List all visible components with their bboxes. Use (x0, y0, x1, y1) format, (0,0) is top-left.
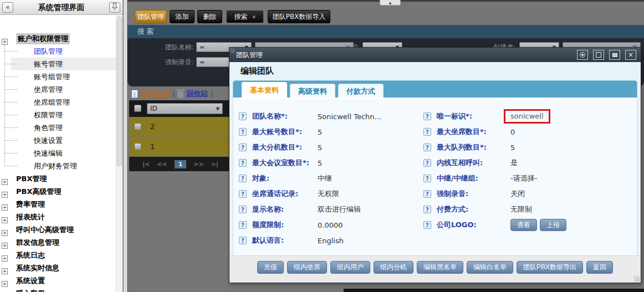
sidebar-item-label[interactable]: 坐席管理 (34, 85, 63, 95)
tab-advanced-info[interactable]: 高级资料 (290, 84, 335, 98)
minimize-icon[interactable] (609, 50, 620, 60)
sidebar-node-pbx[interactable]: +PBX管理 (0, 172, 116, 185)
group-users-button[interactable]: 组内用户 (330, 261, 370, 274)
delete-button[interactable]: 删除 (197, 10, 222, 23)
sidebar-node-label[interactable]: 系统实时信息 (16, 263, 59, 273)
field-value[interactable]: 双击进行编辑 (318, 204, 361, 214)
maximize-icon[interactable] (593, 50, 604, 60)
help-icon[interactable]: ? (239, 128, 247, 136)
help-icon[interactable]: ? (423, 144, 431, 151)
field-value[interactable]: 是 (510, 158, 518, 168)
field-value[interactable]: 0 (510, 128, 515, 136)
help-icon[interactable]: ? (239, 159, 247, 167)
sidebar-item-account-group[interactable]: 账号组管理 (0, 70, 116, 83)
add-button[interactable]: 添加 (170, 10, 195, 23)
refresh-icon[interactable] (577, 50, 588, 60)
help-icon[interactable]: ? (423, 206, 431, 213)
field-value[interactable]: -请选择- (510, 173, 537, 183)
view-logo-button[interactable]: 查看 (510, 219, 537, 231)
field-value[interactable]: 中继 (318, 173, 332, 183)
field-value[interactable]: 5 (318, 128, 322, 136)
select-all-checkbox[interactable] (134, 105, 141, 112)
recharge-button[interactable]: 充值 (257, 261, 284, 274)
help-icon[interactable]: ? (239, 144, 247, 151)
first-page-button[interactable]: |< (142, 161, 150, 168)
expand-icon[interactable]: + (2, 192, 8, 198)
sidebar-node-label[interactable]: 呼叫中心高级管理 (16, 225, 74, 235)
show-data-link[interactable]: 显示数据 (141, 89, 170, 99)
close-icon[interactable]: × (625, 50, 636, 60)
tab-payment-method[interactable]: 付款方式 (338, 84, 384, 98)
sidebar-node-inbound[interactable]: +呼入客服 (0, 287, 116, 292)
tab-team-management[interactable]: 团队管理 (135, 10, 167, 23)
help-icon[interactable]: ? (239, 206, 247, 213)
field-value[interactable]: English (318, 237, 344, 245)
expand-icon[interactable]: + (2, 230, 8, 236)
help-icon[interactable]: ? (239, 190, 247, 198)
panel-splitter[interactable] (124, 0, 127, 292)
expand-icon[interactable]: + (2, 179, 8, 185)
field-value[interactable]: Sonicwell Techn... (318, 112, 381, 121)
next-page-button[interactable]: >> (193, 161, 203, 168)
row-checkbox[interactable] (134, 123, 141, 130)
help-icon[interactable]: ? (423, 190, 431, 198)
field-value[interactable]: 5 (318, 144, 322, 152)
collapse-panel-handle[interactable]: ▲ (380, 0, 401, 6)
sidebar-item-quick-edit[interactable]: 快速编辑 (0, 147, 116, 160)
search-toggle-button[interactable]: 搜索 « (226, 10, 264, 23)
sidebar-item-role[interactable]: 角色管理 (0, 121, 116, 134)
row-checkbox[interactable] (134, 143, 141, 150)
field-value[interactable]: 关闭 (510, 189, 525, 199)
table-row[interactable]: 2 (129, 117, 232, 137)
sidebar-item-label[interactable]: 角色管理 (34, 123, 63, 133)
dialog-titlebar[interactable]: 团队管理 × (229, 48, 641, 62)
id-column-select[interactable]: ID ▼ (147, 103, 223, 114)
field-value[interactable]: 5 (318, 159, 322, 167)
table-row[interactable]: 1 (129, 137, 232, 157)
sidebar-item-agent-mgmt[interactable]: 坐席管理 (0, 83, 116, 96)
sidebar-node-label[interactable]: 系统日志 (16, 250, 45, 260)
sidebar-node-label[interactable]: 报表统计 (16, 212, 45, 222)
last-page-button[interactable]: >| (211, 161, 218, 168)
help-icon[interactable]: ? (423, 159, 431, 167)
sidebar-item-label[interactable]: 快速设置 (34, 136, 63, 146)
expand-icon[interactable]: + (2, 204, 8, 211)
sidebar-item-label[interactable]: 坐席组管理 (34, 98, 70, 107)
sidebar-item-account-mgmt[interactable]: 账号管理 (0, 58, 116, 70)
prev-page-button[interactable]: << (157, 161, 167, 168)
scrollbar-thumb[interactable] (117, 17, 122, 166)
sidebar-node-broadcast[interactable]: +群发信息管理 (0, 236, 116, 249)
field-value[interactable]: 无权限 (318, 189, 339, 199)
back-button[interactable]: 返回 (586, 261, 613, 274)
help-icon[interactable]: ? (239, 237, 247, 244)
help-icon[interactable]: ? (239, 221, 247, 229)
sidebar-node-settings[interactable]: +系统设置 (0, 274, 116, 287)
expand-icon[interactable]: + (2, 255, 8, 262)
upload-logo-button[interactable]: 上传 (540, 219, 566, 231)
field-value[interactable]: 5 (510, 144, 515, 152)
field-value[interactable]: 无限制 (510, 204, 532, 214)
pin-icon[interactable] (109, 2, 120, 13)
sidebar-node-label[interactable]: 呼入客服 (16, 289, 45, 292)
field-value[interactable]: 0.0000 (318, 221, 343, 229)
annotation-highlight-box[interactable]: sonicwell (504, 109, 550, 124)
sidebar-node-label[interactable]: 群发信息管理 (16, 238, 59, 248)
search-section-header[interactable]: 搜索 (127, 25, 644, 38)
sidebar-item-label[interactable]: 用户财务管理 (34, 161, 77, 171)
tab-basic-info[interactable]: 基本资料 (242, 82, 287, 98)
expand-icon[interactable]: + (2, 281, 8, 287)
help-icon[interactable]: ? (423, 221, 431, 229)
sidebar-item-label[interactable]: 权限管理 (34, 110, 63, 120)
sidebar-item-label[interactable]: 账号管理 (34, 59, 63, 69)
sidebar-item-team-mgmt[interactable]: 团队管理 (0, 45, 116, 58)
sidebar-node-realtime[interactable]: +系统实时信息 (0, 262, 116, 274)
recycle-bin-link[interactable]: 回收站 (186, 89, 208, 99)
expand-icon[interactable]: + (2, 243, 8, 249)
sidebar-item-permission[interactable]: 权限管理 (0, 109, 116, 121)
help-icon[interactable]: ? (239, 112, 247, 120)
expand-icon[interactable]: + (2, 217, 8, 223)
export-pbx-data-button[interactable]: 团队PBX数据导出 (517, 261, 583, 274)
help-icon[interactable]: ? (423, 128, 431, 136)
sidebar-node-label[interactable]: PBX管理 (16, 174, 47, 184)
sidebar-item-label[interactable]: 团队管理 (34, 47, 63, 57)
